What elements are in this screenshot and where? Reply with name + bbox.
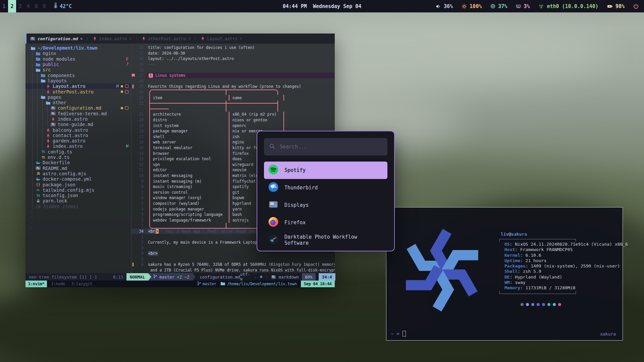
tree-item-node_modules[interactable]: node_modulesE bbox=[30, 56, 131, 62]
untracked-marker: ? bbox=[126, 62, 128, 67]
tab-separator: ❘ bbox=[194, 36, 197, 41]
line-text bbox=[147, 78, 335, 84]
tree-item-fediverse-terms.md[interactable]: M↓fediverse-terms.md bbox=[30, 111, 131, 116]
neotree-sidebar[interactable]: ~/Development/liv.townnginxnode_modulesE… bbox=[25, 44, 131, 273]
tree-item-docker-compose.yml[interactable]: docker-compose.yml bbox=[30, 176, 131, 182]
tree-item-~/Development/liv.town[interactable]: ~/Development/liv.town bbox=[30, 45, 131, 51]
tree-item-Dockerfile[interactable]: Dockerfile bbox=[30, 160, 131, 165]
workspace-9[interactable]: 9 bbox=[40, 0, 48, 12]
workspace-2[interactable]: 2 bbox=[8, 0, 16, 12]
editor-line: 21architecturex86_64 (rip m2 pro) bbox=[131, 112, 335, 117]
module-memory[interactable]: 3% bbox=[516, 3, 530, 9]
tab-close-icon[interactable]: × bbox=[80, 37, 83, 41]
tab-close-icon[interactable]: × bbox=[188, 37, 191, 41]
launcher-item-Firefox[interactable]: Firefox bbox=[264, 214, 387, 231]
search-input[interactable] bbox=[279, 143, 382, 150]
line-number: 1 bbox=[135, 234, 147, 239]
launcher-item-Thunderbird[interactable]: Thunderbird bbox=[264, 179, 387, 196]
tab-otherPost.astro[interactable]: otherPost.astro× bbox=[138, 34, 195, 44]
tab-configuration.md[interactable]: M↓configuration.md× bbox=[26, 34, 86, 44]
line-text bbox=[147, 106, 335, 112]
tmux-window-3[interactable]: 3:lazygit bbox=[71, 282, 92, 286]
cursor-position: 34:4 bbox=[319, 273, 335, 281]
tree-item-layouts[interactable]: layouts bbox=[30, 78, 131, 83]
line-number: 32 bbox=[135, 45, 147, 50]
tree-item-src[interactable]: src bbox=[30, 67, 131, 72]
tree-item-index.astro[interactable]: index.astro bbox=[30, 116, 131, 122]
tree-item-package.json[interactable]: {}package.json bbox=[30, 182, 131, 187]
tree-item-astro.config.mjs[interactable]: JSastro.config.mjs bbox=[30, 171, 131, 176]
tab-label: index.astro bbox=[99, 36, 127, 41]
tab-close-icon[interactable]: × bbox=[129, 37, 131, 41]
tree-item-nginx[interactable]: nginx bbox=[30, 51, 131, 56]
tree-item-env.d.ts[interactable]: TSenv.d.ts bbox=[30, 155, 131, 160]
tree-item-tone-guide.md[interactable]: M↓tone-guide.md bbox=[30, 122, 131, 127]
line-number: 10 bbox=[135, 173, 147, 178]
tree-item-balcony.astro[interactable]: balcony.astro bbox=[30, 127, 131, 132]
tab-index.astro[interactable]: index.astro× bbox=[89, 34, 135, 44]
editor-line: 28 bbox=[131, 67, 335, 73]
astro-file-icon bbox=[201, 36, 205, 42]
tree-item-pages[interactable]: pages bbox=[30, 95, 131, 100]
tree-item-contact.astro[interactable]: contact.astro bbox=[30, 133, 131, 138]
workspace-3[interactable]: 3 bbox=[16, 0, 24, 12]
table-cell-item: architecture bbox=[150, 112, 229, 117]
tree-item-Layout.astro[interactable]: Layout.astroH bbox=[25, 83, 131, 89]
tree-item-tsconfig.json[interactable]: TStsconfig.json bbox=[30, 193, 131, 198]
launcher-item-Spotify[interactable]: Spotify bbox=[264, 162, 387, 179]
tree-item-config.ts[interactable]: TSconfig.ts bbox=[30, 149, 131, 155]
line-number: 17 bbox=[135, 134, 147, 139]
tree-item-other[interactable]: other bbox=[30, 100, 131, 105]
module-brightness[interactable]: 100% bbox=[462, 3, 482, 9]
tree-item-garden.astro[interactable]: garden.astro bbox=[30, 138, 131, 143]
tab-Layout.astro[interactable]: Layout.astro× bbox=[197, 34, 246, 44]
git-modified: ~2 bbox=[184, 275, 189, 280]
tree-item-label: index.astro bbox=[58, 116, 88, 122]
table-cell-item: init system bbox=[150, 123, 229, 128]
tree-hidden-note: (6 hidden items) bbox=[30, 204, 131, 209]
line-number: 28 bbox=[135, 68, 147, 72]
module-value: eth0 (10.0.0.140) bbox=[547, 3, 598, 9]
tmux-window-2[interactable]: 2:node- bbox=[51, 282, 67, 286]
brightness-icon bbox=[462, 4, 467, 9]
tree-item-public[interactable]: public? bbox=[30, 62, 131, 67]
module-volume[interactable]: 36% bbox=[436, 3, 453, 9]
module-cpu[interactable]: 37% bbox=[490, 3, 507, 9]
gutter-marks bbox=[131, 189, 135, 195]
line-text bbox=[147, 256, 335, 262]
power-button[interactable] bbox=[633, 4, 639, 9]
launcher-item-label: Spotify bbox=[284, 167, 306, 173]
line-text: title: configuration for devices i use (… bbox=[147, 45, 335, 51]
fetch-info-line: OS: NixOS 24.11.20240828.71e91c4 (Vicuna… bbox=[504, 242, 628, 247]
tree-item-otherPost.astro[interactable]: otherPost.astro bbox=[30, 89, 131, 94]
tree-item-label: nginx bbox=[43, 51, 56, 56]
line-number: 24 bbox=[135, 90, 147, 95]
module-battery[interactable]: 98% bbox=[607, 3, 625, 9]
tree-item-index.astro[interactable]: index.astroH bbox=[30, 143, 131, 149]
tree-item-README.md[interactable]: M↓README.md bbox=[30, 166, 131, 171]
tree-item-components[interactable]: components bbox=[30, 72, 131, 78]
clock-time: 04:44 PM bbox=[283, 3, 307, 9]
launcher-item-Darktable Photo Workflow Software[interactable]: Darktable Photo Workflow Software bbox=[264, 231, 387, 249]
tmux-window-1[interactable]: 1:nvim* bbox=[25, 281, 47, 287]
workspace-8[interactable]: 8 bbox=[32, 0, 40, 12]
astro-file-icon bbox=[93, 36, 97, 42]
workspace-4[interactable]: 4 bbox=[24, 0, 32, 12]
module-network[interactable]: eth0 (10.0.0.140) bbox=[538, 3, 598, 9]
launcher-item-Displays[interactable]: Displays bbox=[264, 196, 387, 214]
fetch-info-key: WM bbox=[504, 280, 510, 285]
status-bar: 123489 42°C 04:44 PM Wednesday Sep 04 36… bbox=[0, 0, 644, 12]
shell-prompt[interactable]: ~ > bbox=[391, 331, 406, 337]
tree-item-configuration.md[interactable]: M↓configuration.md bbox=[30, 105, 131, 111]
launcher-search[interactable] bbox=[264, 138, 387, 156]
tree-item-tailwind.config.mjs[interactable]: ≈tailwind.config.mjs bbox=[30, 187, 131, 193]
tmux-statusbar: 1:nvim* 2:node- 3:lazygit master /home/l… bbox=[25, 281, 335, 287]
workspace-1[interactable]: 1 bbox=[0, 0, 8, 12]
tree-item-yarn.lock[interactable]: yarn.lock bbox=[30, 198, 131, 203]
tab-close-icon[interactable]: × bbox=[240, 37, 242, 41]
table-cell-item: music (streaming) bbox=[150, 184, 229, 189]
gutter-marks bbox=[131, 73, 135, 78]
terminal-color-palette bbox=[521, 303, 561, 306]
line-text: --- bbox=[147, 62, 335, 67]
line-text: distronixos or gentoo bbox=[147, 117, 335, 123]
